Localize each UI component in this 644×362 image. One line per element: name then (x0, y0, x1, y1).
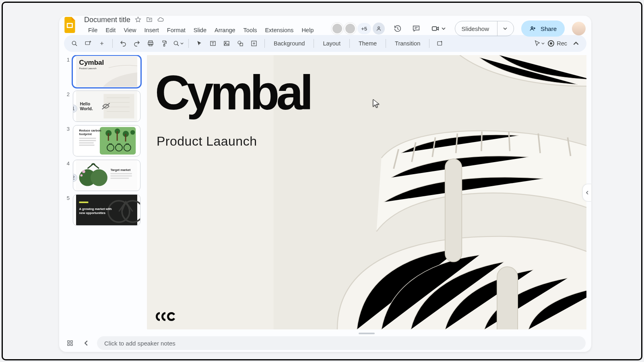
menu-file[interactable]: File (84, 26, 101, 35)
new-slide-menu-icon[interactable] (96, 38, 107, 49)
people-icon (529, 25, 537, 32)
redo-icon[interactable] (131, 38, 142, 49)
svg-rect-1 (68, 24, 72, 27)
brand-mark-icon (155, 311, 176, 322)
svg-rect-10 (164, 44, 165, 46)
record-icon (548, 40, 554, 47)
svg-rect-43 (79, 145, 95, 146)
thumbnail-slide-1[interactable]: CymbalProduct Laaunch (73, 56, 140, 87)
share-button[interactable]: Share (521, 21, 565, 37)
transition-button[interactable]: Transition (391, 39, 424, 48)
thumbnail-slide-3[interactable]: Reduce carbonfootprint (73, 125, 140, 156)
svg-text:Target market: Target market (111, 168, 131, 172)
caret-down-icon[interactable] (503, 27, 507, 31)
svg-point-48 (80, 174, 83, 177)
thumbnail-slide-5[interactable]: A growing market withnew opportunities (73, 194, 140, 226)
slide-number: 2 (64, 90, 70, 122)
cursor-icon (372, 99, 380, 108)
svg-text:footprint: footprint (79, 132, 92, 136)
svg-rect-76 (68, 344, 70, 346)
sparkle-icon[interactable] (434, 38, 446, 49)
slide-number: 3 (64, 125, 70, 156)
svg-rect-18 (438, 42, 442, 45)
svg-rect-6 (85, 42, 90, 45)
pointer-tool-icon[interactable] (533, 38, 545, 49)
slide-number: 1 (64, 56, 70, 87)
svg-point-46 (91, 169, 107, 186)
paint-format-icon[interactable] (159, 38, 170, 49)
menu-edit[interactable]: Edit (101, 26, 120, 35)
svg-rect-33 (117, 131, 118, 141)
menu-arrange[interactable]: Arrange (211, 26, 239, 35)
menu-tools[interactable]: Tools (239, 26, 261, 35)
menu-extensions[interactable]: Extensions (261, 26, 297, 35)
svg-point-31 (130, 130, 135, 134)
cloud-saved-icon[interactable] (157, 16, 164, 23)
thumbnail-slide-4[interactable]: 2 Target market (73, 160, 140, 191)
collapse-toolbar-icon[interactable] (570, 38, 582, 49)
move-folder-icon[interactable] (146, 16, 153, 23)
speaker-notes-placeholder: Click to add speaker notes (104, 340, 175, 347)
svg-rect-70 (445, 159, 462, 262)
meet-button-icon[interactable] (373, 23, 385, 35)
svg-rect-34 (125, 134, 126, 142)
layout-button[interactable]: Layout (319, 39, 345, 48)
svg-text:A growing market with: A growing market with (79, 207, 112, 211)
history-icon[interactable] (392, 23, 403, 34)
speaker-notes-input[interactable]: Click to add speaker notes (97, 336, 586, 350)
toolbar: Background Layout Theme Transition Rec (64, 35, 586, 52)
collaborator-avatars[interactable]: +5 (332, 23, 385, 35)
svg-rect-32 (108, 133, 109, 141)
avatar[interactable] (345, 23, 356, 34)
record-button[interactable]: Rec (548, 40, 567, 47)
undo-icon[interactable] (118, 38, 129, 49)
slides-logo[interactable] (63, 16, 77, 33)
svg-rect-77 (71, 344, 73, 346)
share-label: Share (541, 25, 557, 32)
slide-canvas[interactable]: Cymbal Product Laaunch (147, 55, 586, 329)
svg-text:new opportunities: new opportunities (79, 211, 105, 215)
star-icon[interactable] (134, 16, 142, 23)
svg-text:Product Laaunch: Product Laaunch (79, 67, 97, 70)
slideshow-button[interactable]: Slideshow (455, 21, 514, 36)
textbox-icon[interactable] (207, 38, 219, 49)
svg-text:Cymbal: Cymbal (79, 59, 104, 66)
slide-subtitle[interactable]: Product Laaunch (157, 134, 257, 149)
comments-icon[interactable] (411, 23, 422, 34)
svg-point-2 (378, 27, 380, 29)
new-slide-icon[interactable] (83, 38, 94, 49)
svg-rect-13 (224, 41, 229, 46)
grid-view-icon[interactable] (65, 338, 75, 348)
svg-rect-51 (111, 175, 132, 177)
menu-help[interactable]: Help (297, 26, 318, 35)
account-avatar[interactable] (572, 22, 586, 35)
select-tool-icon[interactable] (194, 38, 205, 49)
filmstrip-collapse-icon[interactable] (81, 338, 91, 348)
svg-rect-42 (79, 142, 94, 144)
menu-format[interactable]: Format (163, 26, 190, 35)
menu-insert[interactable]: Insert (140, 26, 163, 35)
theme-button[interactable]: Theme (355, 39, 381, 48)
caret-down-icon (442, 27, 446, 31)
search-icon[interactable] (69, 38, 80, 49)
avatar[interactable] (332, 23, 343, 34)
image-icon[interactable] (221, 38, 232, 49)
document-title[interactable]: Document title (84, 16, 130, 24)
menu-bar: File Edit View Insert Format Slide Arran… (84, 26, 318, 35)
line-icon[interactable] (248, 38, 260, 49)
background-button[interactable]: Background (270, 39, 309, 48)
slide-title[interactable]: Cymbal (155, 65, 310, 120)
svg-rect-56 (79, 202, 89, 203)
zoom-icon[interactable] (172, 38, 184, 49)
svg-rect-3 (432, 27, 436, 30)
side-panel-toggle[interactable] (582, 184, 591, 202)
menu-slide[interactable]: Slide (190, 26, 211, 35)
menu-view[interactable]: View (120, 26, 140, 35)
print-icon[interactable] (145, 38, 156, 49)
thumbnail-slide-2[interactable]: 1 HelloWorld. (73, 90, 140, 122)
svg-rect-75 (71, 341, 73, 343)
more-collaborators[interactable]: +5 (357, 23, 371, 34)
slide-filmstrip: 1 CymbalProduct Laaunch 2 1 HelloWorld. … (64, 55, 140, 334)
shape-icon[interactable] (235, 38, 246, 49)
video-call-button[interactable] (429, 23, 448, 35)
